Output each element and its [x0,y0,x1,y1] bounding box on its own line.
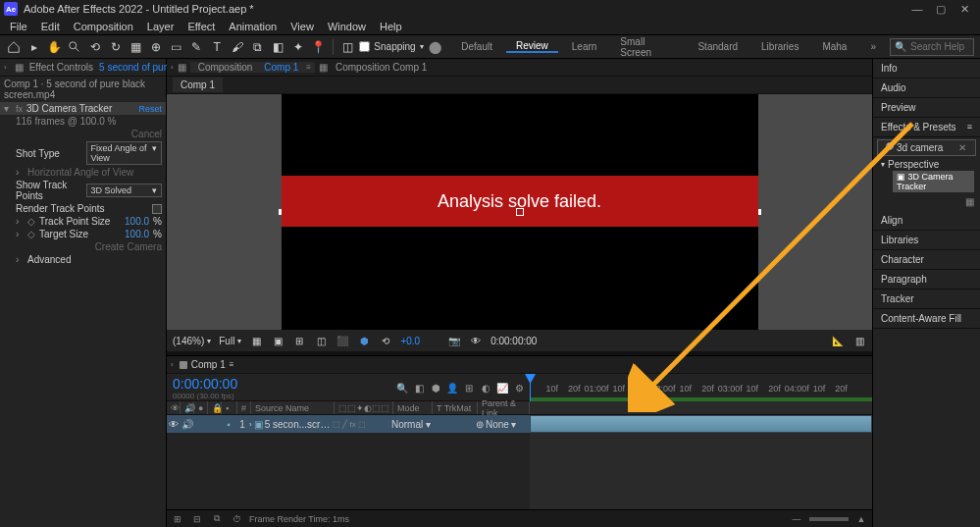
audio-panel-header[interactable]: Audio [873,79,980,98]
composition-canvas[interactable]: Analysis solve failed. [282,94,758,330]
clear-search-icon[interactable]: ✕ [958,142,966,153]
zoom-tool-icon[interactable] [67,38,83,56]
tl-graph-icon[interactable]: 📈 [495,382,509,395]
work-area-bar[interactable] [530,397,872,401]
layer-name[interactable]: 5 secon...screen.mp4 [265,419,333,430]
clone-tool-icon[interactable]: ⧉ [249,38,266,56]
reset-link[interactable]: Reset [138,104,162,114]
layer-mode-dropdown[interactable]: Normal ▾ [391,419,431,430]
menu-help[interactable]: Help [374,21,408,32]
project-tab-icon[interactable]: ▦ [15,62,24,73]
info-panel-header[interactable]: Info [873,59,980,79]
draft-3d-icon[interactable]: 📐 [831,334,845,347]
advanced-row[interactable]: › Advanced [0,253,166,266]
flowchart-icon[interactable]: ▦ [319,62,328,73]
menu-file[interactable]: File [4,21,33,32]
twisty-down-icon[interactable]: ▾ [881,160,885,169]
panel-caret-icon[interactable]: › [4,63,9,72]
workspace-learn[interactable]: Learn [562,41,607,52]
shape-tool-icon[interactable]: ▭ [168,38,184,56]
character-panel-header[interactable]: Character [873,250,980,270]
timeline-ruler[interactable]: 10f 20f 01:00f 10f 20f 02:00f 10f 20f 03… [530,374,872,401]
exposure-value[interactable]: +0.0 [400,336,420,346]
eraser-tool-icon[interactable]: ◧ [270,38,286,56]
layer-audio-icon[interactable]: 🔊 [181,419,194,430]
current-time-indicator[interactable] [530,374,531,401]
timeline-tab[interactable]: Comp 1 ≡ [174,359,240,370]
minimize-button[interactable]: — [905,2,929,16]
layer-duration-bar[interactable] [530,415,872,433]
tl-draft3d-icon[interactable]: ⬢ [429,382,442,395]
menu-edit[interactable]: Edit [35,21,66,32]
twisty-right-icon[interactable]: › [16,254,24,265]
panel-menu-icon[interactable]: ≡ [967,122,972,132]
rotate-tool-icon[interactable]: ↻ [107,38,124,56]
tl-frameblend-icon[interactable]: ⊞ [462,382,476,395]
menu-animation[interactable]: Animation [223,21,283,32]
selection-tool-icon[interactable]: ▸ [26,38,43,56]
project-flowchart-label[interactable]: Composition Comp 1 [332,62,431,73]
mask-mode-icon[interactable]: ◫ [339,38,356,56]
maximize-button[interactable]: ▢ [929,2,953,16]
target-size-value[interactable]: 100.0 [125,229,149,239]
guides-icon[interactable]: ⊞ [292,334,306,347]
channel-icon[interactable]: ⬛ [335,334,349,347]
drag-apply-icon[interactable]: ▦ [965,196,974,207]
twisty-down-icon[interactable]: ▾ [4,103,12,114]
workspace-standard[interactable]: Standard [688,41,748,52]
workspace-libraries[interactable]: Libraries [751,41,808,52]
tl-composite-icon[interactable]: ◧ [412,382,426,395]
track-point-size-value[interactable]: 100.0 [125,216,149,227]
composition-tab-name[interactable]: Comp 1 [260,62,302,73]
render-time-icon[interactable]: ⏱ [230,512,243,526]
paragraph-panel-header[interactable]: Paragraph [873,270,980,290]
workspace-small-screen[interactable]: Small Screen [610,36,684,58]
menu-layer[interactable]: Layer [141,21,181,32]
help-search[interactable]: 🔍 [890,38,974,56]
puppet-tool-icon[interactable]: 📍 [310,38,327,56]
fx-icon[interactable]: fx [16,104,23,114]
workspace-overflow-icon[interactable]: » [860,41,886,52]
col-parent[interactable]: Parent & Link [478,401,530,414]
toggle-in-out-icon[interactable]: ⧉ [210,512,224,526]
effect-controls-tab-label[interactable]: Effect Controls [29,62,93,73]
toggle-modes-icon[interactable]: ⊟ [190,512,204,526]
twisty-right-icon[interactable]: › [249,420,252,429]
twisty-right-icon[interactable]: › [16,229,24,239]
tl-motionblur-icon[interactable]: ◐ [479,382,492,395]
col-source-name[interactable]: Source Name [251,401,335,414]
libraries-panel-header[interactable]: Libraries [873,231,980,250]
keyframe-icon[interactable]: ◇ [27,229,35,239]
timeline-zoom-slider[interactable] [809,517,849,521]
content-aware-fill-header[interactable]: Content-Aware Fill [873,309,980,329]
snapping-checkbox[interactable] [359,41,370,52]
menu-composition[interactable]: Composition [68,21,139,32]
workspace-default[interactable]: Default [451,41,502,52]
col-visibility-icon[interactable]: 👁 [167,401,181,414]
menu-window[interactable]: Window [322,21,372,32]
brush-tool-icon[interactable]: 🖌 [229,38,245,56]
tl-search-icon[interactable]: 🔍 [395,382,409,395]
zoom-out-icon[interactable]: — [790,512,803,526]
preview-timecode[interactable]: 0:00:00:00 [490,336,537,346]
effect-row-3d-camera-tracker[interactable]: ▾ fx 3D Camera Tracker Reset [0,102,166,115]
view-layout-icon[interactable]: ▥ [852,334,866,347]
hand-tool-icon[interactable]: ✋ [46,38,63,56]
effects-presets-header[interactable]: Effects & Presets ≡ [873,118,980,137]
col-solo-icon[interactable]: ● [194,401,208,414]
layer-visibility-icon[interactable]: 👁 [167,419,181,430]
reset-exposure-icon[interactable]: ⟲ [379,334,392,347]
shot-type-dropdown[interactable]: Fixed Angle of View▾ [86,141,163,165]
camera-tool-icon[interactable]: ▦ [128,38,144,56]
panel-caret-icon[interactable]: › [171,63,174,72]
effects-search[interactable]: 🔎 ✕ [877,139,976,156]
snapshot-icon[interactable]: 📷 [447,334,461,347]
home-icon[interactable] [6,38,23,56]
type-tool-icon[interactable]: T [209,38,226,56]
orbit-tool-icon[interactable]: ⟲ [87,38,104,56]
layer-parent-dropdown[interactable]: ⊚ None ▾ [476,419,530,430]
snapping-toggle[interactable]: Snapping ▾ [359,41,423,52]
comp-tab[interactable]: Comp 1 [173,78,223,92]
effects-category-perspective[interactable]: ▾ Perspective [879,158,974,171]
transparency-grid-icon[interactable]: ▦ [249,334,263,347]
